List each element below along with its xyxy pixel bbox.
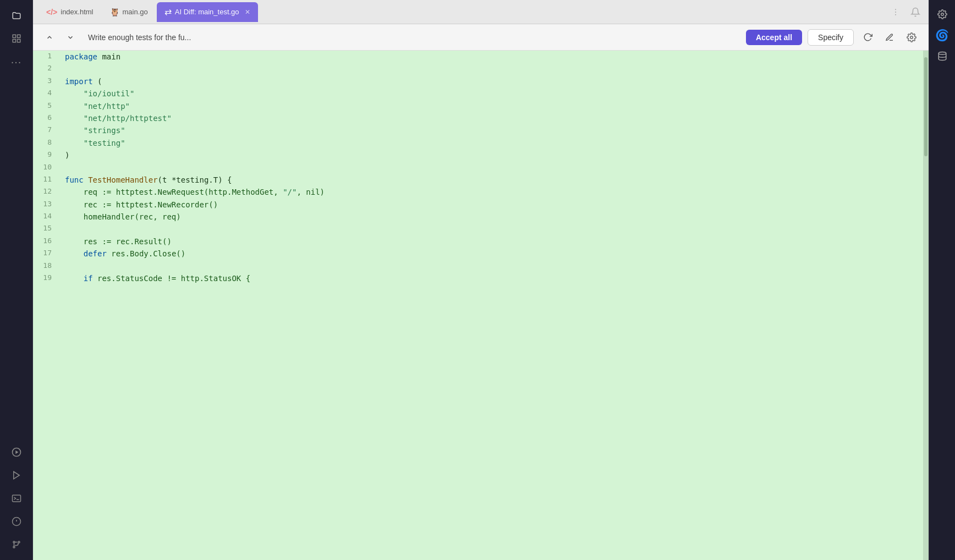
- svg-point-15: [895, 9, 896, 10]
- table-row: 4 "io/ioutil": [33, 87, 923, 100]
- svg-point-12: [13, 541, 15, 543]
- line-code: res := rec.Result(): [61, 235, 923, 248]
- nav-down-button[interactable]: [63, 30, 78, 45]
- line-number: 9: [33, 149, 61, 161]
- line-code: ): [61, 149, 923, 161]
- line-code: "net/http": [61, 100, 923, 112]
- code-container[interactable]: 1 package main 2 3 import ( 4 "io/ioutil…: [33, 51, 923, 560]
- tab-main-go[interactable]: 🦉 main.go: [102, 2, 156, 22]
- line-number: 7: [33, 124, 61, 136]
- table-row: 1 package main: [33, 51, 923, 63]
- editor-area: 1 package main 2 3 import ( 4 "io/ioutil…: [33, 51, 929, 560]
- table-row: 18: [33, 260, 923, 272]
- table-row: 16 res := rec.Result(): [33, 235, 923, 248]
- table-row: 3 import (: [33, 75, 923, 87]
- line-number: 4: [33, 87, 61, 100]
- specify-button[interactable]: Specify: [808, 29, 854, 46]
- sidebar-icon-terminal[interactable]: [7, 488, 26, 508]
- line-code: "net/http/httptest": [61, 112, 923, 124]
- line-code: "strings": [61, 124, 923, 136]
- tabbar: </> index.html 🦉 main.go ⇄ AI Diff: main…: [33, 0, 929, 24]
- table-row: 2: [33, 63, 923, 75]
- line-code: [61, 260, 923, 272]
- more-options-icon[interactable]: [888, 4, 903, 20]
- table-row: 17 defer res.Body.Close(): [33, 248, 923, 260]
- accept-all-button[interactable]: Accept all: [746, 30, 802, 45]
- line-number: 12: [33, 186, 61, 198]
- settings-icon[interactable]: [934, 6, 951, 23]
- table-row: 9 ): [33, 149, 923, 161]
- nav-up-button[interactable]: [42, 30, 57, 45]
- line-number: 16: [33, 235, 61, 248]
- sidebar-icon-grid[interactable]: [7, 29, 26, 48]
- svg-point-17: [895, 14, 896, 15]
- line-code: homeHandler(rec, req): [61, 211, 923, 223]
- svg-point-13: [18, 541, 20, 543]
- table-row: 12 req := httptest.NewRequest(http.Metho…: [33, 186, 923, 198]
- line-number: 14: [33, 211, 61, 223]
- spiral-icon[interactable]: 🌀: [934, 26, 951, 44]
- svg-marker-6: [13, 471, 19, 479]
- scrollbar-thumb[interactable]: [924, 57, 927, 156]
- table-row: 6 "net/http/httptest": [33, 112, 923, 124]
- table-row: 11 func TestHomeHandler(t *testing.T) {: [33, 174, 923, 186]
- line-number: 19: [33, 272, 61, 284]
- line-code: package main: [61, 51, 923, 63]
- tab-label-index: index.html: [61, 8, 93, 16]
- line-number: 5: [33, 100, 61, 112]
- right-sidebar: 🌀: [929, 0, 955, 560]
- tab-close-icon[interactable]: ✕: [245, 8, 250, 16]
- svg-rect-3: [17, 40, 20, 42]
- table-row: 14 homeHandler(rec, req): [33, 211, 923, 223]
- svg-point-14: [13, 546, 15, 548]
- notifications-icon[interactable]: [908, 4, 923, 20]
- line-code: func TestHomeHandler(t *testing.T) {: [61, 174, 923, 186]
- svg-point-20: [938, 52, 946, 55]
- svg-point-16: [895, 12, 896, 13]
- tab-label-diff: AI Diff: main_test.go: [175, 8, 239, 16]
- code-table: 1 package main 2 3 import ( 4 "io/ioutil…: [33, 51, 923, 284]
- line-number: 8: [33, 137, 61, 149]
- toolbar-right: [903, 29, 920, 46]
- tab-index-html[interactable]: </> index.html: [39, 2, 101, 22]
- svg-point-18: [910, 36, 913, 39]
- database-icon[interactable]: [934, 47, 951, 65]
- svg-marker-5: [15, 451, 18, 454]
- line-number: 15: [33, 223, 61, 235]
- table-row: 10: [33, 162, 923, 174]
- line-code: rec := httptest.NewRecorder(): [61, 199, 923, 211]
- line-code: [61, 63, 923, 75]
- scrollbar-track[interactable]: [923, 51, 929, 560]
- settings-button[interactable]: [903, 29, 920, 46]
- tab-ai-diff[interactable]: ⇄ AI Diff: main_test.go ✕: [157, 2, 258, 22]
- main-area: </> index.html 🦉 main.go ⇄ AI Diff: main…: [33, 0, 929, 560]
- svg-rect-2: [13, 40, 15, 42]
- tabbar-actions: [888, 4, 923, 20]
- line-code: "io/ioutil": [61, 87, 923, 100]
- refresh-button[interactable]: [859, 29, 876, 46]
- sidebar-icon-folder[interactable]: [7, 6, 26, 25]
- line-number: 3: [33, 75, 61, 87]
- sidebar-icon-more[interactable]: ···: [7, 52, 26, 72]
- table-row: 8 "testing": [33, 137, 923, 149]
- sidebar-icon-git[interactable]: [7, 535, 26, 554]
- line-code: [61, 223, 923, 235]
- sidebar-icon-warning[interactable]: [7, 512, 26, 531]
- line-code: [61, 162, 923, 174]
- left-sidebar: ···: [0, 0, 33, 560]
- line-number: 2: [33, 63, 61, 75]
- go-icon: 🦉: [110, 8, 119, 17]
- svg-rect-7: [12, 495, 20, 502]
- line-number: 11: [33, 174, 61, 186]
- table-row: 13 rec := httptest.NewRecorder(): [33, 199, 923, 211]
- prompt-text: Write enough tests for the fu...: [84, 31, 740, 44]
- line-number: 1: [33, 51, 61, 63]
- sidebar-icon-run-circle[interactable]: [7, 442, 26, 462]
- sidebar-icon-run[interactable]: [7, 465, 26, 485]
- table-row: 5 "net/http": [33, 100, 923, 112]
- edit-button[interactable]: [881, 29, 898, 46]
- line-number: 13: [33, 199, 61, 211]
- line-number: 6: [33, 112, 61, 124]
- line-code: if res.StatusCode != http.StatusOK {: [61, 272, 923, 284]
- table-row: 15: [33, 223, 923, 235]
